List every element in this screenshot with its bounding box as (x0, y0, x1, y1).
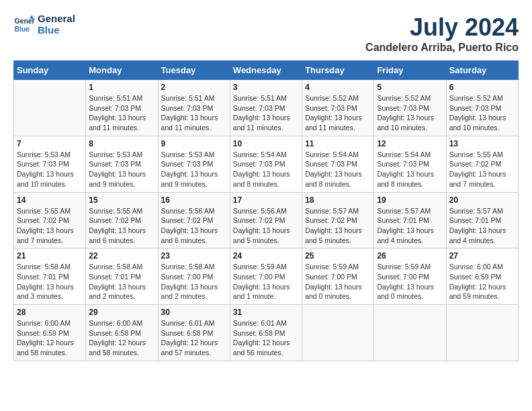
header-thursday: Thursday (302, 61, 374, 80)
day-number: 16 (161, 195, 227, 205)
calendar-cell: 6Sunrise: 5:52 AM Sunset: 7:03 PM Daylig… (446, 80, 518, 136)
day-number: 11 (305, 139, 371, 148)
calendar-cell (446, 305, 518, 361)
day-info: Sunrise: 5:58 AM Sunset: 7:01 PM Dayligh… (89, 262, 154, 302)
day-info: Sunrise: 5:53 AM Sunset: 7:03 PM Dayligh… (17, 150, 83, 189)
calendar-cell: 23Sunrise: 5:58 AM Sunset: 7:00 PM Dayli… (158, 248, 230, 305)
day-info: Sunrise: 5:59 AM Sunset: 7:00 PM Dayligh… (233, 262, 299, 302)
calendar-cell: 3Sunrise: 5:51 AM Sunset: 7:03 PM Daylig… (230, 80, 302, 136)
day-number: 14 (17, 195, 83, 205)
header-saturday: Saturday (446, 61, 518, 80)
day-number: 13 (449, 139, 515, 148)
day-number: 17 (233, 195, 299, 205)
week-row-4: 21Sunrise: 5:58 AM Sunset: 7:01 PM Dayli… (14, 248, 519, 305)
header-sunday: Sunday (14, 61, 86, 80)
header-row: SundayMondayTuesdayWednesdayThursdayFrid… (14, 61, 519, 80)
day-info: Sunrise: 5:55 AM Sunset: 7:02 PM Dayligh… (449, 150, 515, 189)
day-info: Sunrise: 5:54 AM Sunset: 7:03 PM Dayligh… (377, 150, 443, 189)
day-number: 28 (17, 308, 83, 317)
header-wednesday: Wednesday (230, 61, 302, 80)
calendar-cell: 2Sunrise: 5:51 AM Sunset: 7:03 PM Daylig… (158, 80, 230, 136)
calendar-body: 1Sunrise: 5:51 AM Sunset: 7:03 PM Daylig… (14, 80, 519, 361)
calendar-cell: 20Sunrise: 5:57 AM Sunset: 7:01 PM Dayli… (446, 192, 518, 248)
calendar-cell: 17Sunrise: 5:56 AM Sunset: 7:02 PM Dayli… (230, 192, 302, 248)
day-number: 5 (377, 83, 443, 92)
day-info: Sunrise: 5:58 AM Sunset: 7:01 PM Dayligh… (17, 262, 83, 302)
calendar-cell: 29Sunrise: 6:00 AM Sunset: 6:58 PM Dayli… (86, 305, 158, 361)
day-info: Sunrise: 5:57 AM Sunset: 7:01 PM Dayligh… (449, 206, 515, 246)
calendar-cell: 14Sunrise: 5:55 AM Sunset: 7:02 PM Dayli… (14, 192, 86, 248)
calendar-cell: 19Sunrise: 5:57 AM Sunset: 7:01 PM Dayli… (374, 192, 446, 248)
day-info: Sunrise: 5:57 AM Sunset: 7:02 PM Dayligh… (305, 206, 371, 246)
day-info: Sunrise: 5:56 AM Sunset: 7:02 PM Dayligh… (233, 206, 299, 246)
day-info: Sunrise: 5:53 AM Sunset: 7:03 PM Dayligh… (161, 150, 227, 189)
calendar-cell (14, 80, 86, 136)
day-info: Sunrise: 6:00 AM Sunset: 6:59 PM Dayligh… (17, 318, 83, 358)
day-number: 30 (161, 308, 227, 317)
month-year-title: July 2024 (365, 13, 519, 42)
calendar-cell: 22Sunrise: 5:58 AM Sunset: 7:01 PM Dayli… (86, 248, 158, 305)
day-number: 20 (449, 195, 515, 205)
day-number: 18 (305, 195, 371, 205)
header-friday: Friday (374, 61, 446, 80)
logo-line2: Blue (38, 25, 75, 36)
day-number: 6 (449, 83, 515, 92)
day-number: 23 (161, 251, 227, 261)
calendar-cell: 28Sunrise: 6:00 AM Sunset: 6:59 PM Dayli… (14, 305, 86, 361)
day-info: Sunrise: 5:53 AM Sunset: 7:03 PM Dayligh… (89, 150, 154, 189)
week-row-5: 28Sunrise: 6:00 AM Sunset: 6:59 PM Dayli… (14, 305, 519, 361)
day-number: 3 (233, 83, 299, 92)
day-number: 9 (161, 139, 227, 148)
calendar-table: SundayMondayTuesdayWednesdayThursdayFrid… (13, 60, 519, 361)
page-header: General Blue General Blue July 2024 Cand… (13, 13, 519, 54)
header-tuesday: Tuesday (158, 61, 230, 80)
day-number: 7 (17, 139, 83, 148)
calendar-cell: 12Sunrise: 5:54 AM Sunset: 7:03 PM Dayli… (374, 136, 446, 192)
calendar-cell (302, 305, 374, 361)
calendar-cell: 1Sunrise: 5:51 AM Sunset: 7:03 PM Daylig… (86, 80, 158, 136)
day-number: 22 (89, 251, 154, 261)
calendar-cell: 21Sunrise: 5:58 AM Sunset: 7:01 PM Dayli… (14, 248, 86, 305)
logo-line1: General (38, 13, 75, 25)
day-number: 21 (17, 251, 83, 261)
day-info: Sunrise: 5:57 AM Sunset: 7:01 PM Dayligh… (377, 206, 443, 246)
day-number: 27 (449, 251, 515, 261)
day-number: 29 (89, 308, 154, 317)
day-number: 26 (377, 251, 443, 261)
day-number: 1 (89, 83, 154, 92)
day-number: 10 (233, 139, 299, 148)
week-row-1: 1Sunrise: 5:51 AM Sunset: 7:03 PM Daylig… (14, 80, 519, 136)
logo: General Blue General Blue (13, 13, 75, 36)
day-info: Sunrise: 5:51 AM Sunset: 7:03 PM Dayligh… (233, 93, 299, 133)
logo-icon: General Blue (13, 14, 35, 36)
calendar-header: SundayMondayTuesdayWednesdayThursdayFrid… (14, 61, 519, 80)
day-number: 24 (233, 251, 299, 261)
svg-text:Blue: Blue (15, 25, 30, 32)
calendar-cell: 26Sunrise: 5:59 AM Sunset: 7:00 PM Dayli… (374, 248, 446, 305)
day-number: 4 (305, 83, 371, 92)
calendar-cell: 25Sunrise: 5:59 AM Sunset: 7:00 PM Dayli… (302, 248, 374, 305)
calendar-cell: 18Sunrise: 5:57 AM Sunset: 7:02 PM Dayli… (302, 192, 374, 248)
day-info: Sunrise: 6:01 AM Sunset: 6:58 PM Dayligh… (161, 318, 227, 358)
day-number: 31 (233, 308, 299, 317)
day-info: Sunrise: 5:54 AM Sunset: 7:03 PM Dayligh… (233, 150, 299, 189)
day-info: Sunrise: 5:58 AM Sunset: 7:00 PM Dayligh… (161, 262, 227, 302)
day-number: 2 (161, 83, 227, 92)
calendar-cell: 30Sunrise: 6:01 AM Sunset: 6:58 PM Dayli… (158, 305, 230, 361)
calendar-cell: 5Sunrise: 5:52 AM Sunset: 7:03 PM Daylig… (374, 80, 446, 136)
day-number: 19 (377, 195, 443, 205)
day-number: 8 (89, 139, 154, 148)
calendar-cell: 10Sunrise: 5:54 AM Sunset: 7:03 PM Dayli… (230, 136, 302, 192)
title-block: July 2024 Candelero Arriba, Puerto Rico (365, 13, 519, 54)
day-info: Sunrise: 6:01 AM Sunset: 6:58 PM Dayligh… (233, 318, 299, 358)
day-number: 25 (305, 251, 371, 261)
calendar-cell: 27Sunrise: 6:00 AM Sunset: 6:59 PM Dayli… (446, 248, 518, 305)
calendar-cell: 9Sunrise: 5:53 AM Sunset: 7:03 PM Daylig… (158, 136, 230, 192)
header-monday: Monday (86, 61, 158, 80)
day-info: Sunrise: 5:52 AM Sunset: 7:03 PM Dayligh… (305, 93, 371, 133)
day-info: Sunrise: 5:59 AM Sunset: 7:00 PM Dayligh… (305, 262, 371, 302)
day-info: Sunrise: 5:54 AM Sunset: 7:03 PM Dayligh… (305, 150, 371, 189)
calendar-cell (374, 305, 446, 361)
day-info: Sunrise: 6:00 AM Sunset: 6:58 PM Dayligh… (89, 318, 154, 358)
day-info: Sunrise: 5:51 AM Sunset: 7:03 PM Dayligh… (161, 93, 227, 133)
